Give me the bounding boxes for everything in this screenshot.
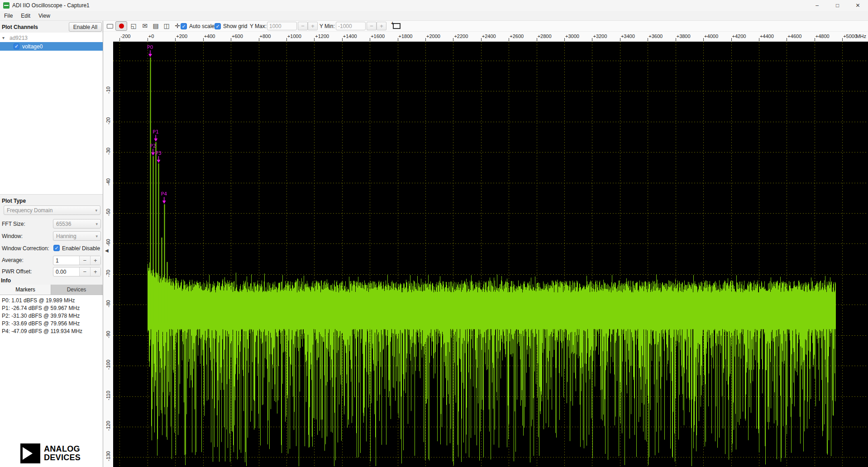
record-button[interactable] [115, 21, 127, 31]
window-correction-checkbox-label: Enable/ Disable [62, 245, 100, 252]
check-icon: ✓ [215, 24, 219, 29]
x-axis-tick [481, 38, 482, 41]
x-axis-tick [759, 38, 759, 41]
x-axis-tick-label: +1800 [399, 33, 413, 39]
average-increment-button[interactable]: + [90, 256, 101, 265]
info-label: Info [1, 277, 11, 284]
zoom-fit-icon[interactable]: ◱ [129, 22, 138, 29]
adi-triangle-icon [23, 447, 33, 460]
x-axis-tick-label: +600 [232, 33, 243, 39]
y-axis-tick-label: -120 [105, 418, 111, 434]
title-bar: ADI IIO Oscilloscope - Capture1 – □ ✕ [0, 0, 868, 11]
x-axis-tick-label: +3600 [649, 33, 663, 39]
window-select[interactable]: Hanning ▾ [53, 231, 101, 241]
x-axis-tick [453, 38, 453, 41]
x-axis-tick [815, 38, 815, 41]
sidebar: Plot Channels Enable All ▾ ad9213 ✓volta… [0, 21, 103, 467]
menu-item-view[interactable]: View [34, 13, 54, 19]
y-min-increment-button[interactable]: + [377, 22, 386, 30]
y-axis-tick-label: -110 [105, 388, 111, 403]
average-input[interactable] [53, 256, 79, 265]
average-decrement-button[interactable]: − [79, 256, 90, 265]
marker-row[interactable]: P2: -31.30 dBFS @ 39.978 MHz [0, 312, 103, 320]
adi-logo-line1: ANALOG [44, 445, 81, 453]
fft-size-value: 65536 [56, 221, 94, 227]
analog-devices-logo: ANALOG DEVICES [20, 443, 81, 463]
spectrum-canvas[interactable] [113, 42, 868, 467]
channel-checkbox[interactable]: ✓ [14, 43, 19, 49]
x-axis-tick-label: +400 [204, 33, 215, 39]
x-axis-tick [564, 38, 565, 41]
marker-row[interactable]: P0: 1.01 dBFS @ 19.989 MHz [0, 297, 103, 305]
x-axis-tick [676, 38, 676, 41]
show-grid-label: Show grid [223, 23, 247, 29]
close-button[interactable]: ✕ [848, 0, 868, 11]
x-axis-tick [231, 38, 231, 41]
y-max-input[interactable] [267, 22, 297, 30]
adi-logo-icon [20, 443, 40, 463]
window-correction-label: Window Correction: [2, 245, 49, 252]
window-title: ADI IIO Oscilloscope - Capture1 [12, 2, 90, 9]
window-controls: – □ ✕ [807, 0, 868, 11]
marker-row[interactable]: P3: -33.69 dBFS @ 79.956 MHz [0, 320, 103, 328]
x-axis-tick-label: +2400 [482, 33, 496, 39]
channel-row-voltage0[interactable]: ✓voltage0 [0, 42, 103, 51]
plot-type-select[interactable]: Frequency Domain ▾ [4, 205, 100, 215]
marker-row[interactable]: P4: -47.09 dBFS @ 119.934 MHz [0, 328, 103, 335]
enable-all-button[interactable]: Enable All [69, 22, 102, 32]
pwr-offset-increment-button[interactable]: + [90, 267, 101, 276]
info-tabs: MarkersDevices [0, 285, 103, 295]
menu-item-edit[interactable]: Edit [17, 13, 34, 19]
x-axis-tick [648, 38, 648, 41]
x-axis-tick [314, 38, 315, 41]
y-axis-tick-label: -10 [105, 82, 111, 98]
x-axis-tick-label: +4400 [760, 33, 774, 39]
y-min-input[interactable] [336, 22, 366, 30]
y-max-decrement-button[interactable]: − [298, 22, 308, 30]
capture-display-icon[interactable] [107, 24, 113, 29]
x-axis-tick [425, 38, 426, 41]
tab-devices[interactable]: Devices [51, 285, 102, 295]
ruler-corner [103, 32, 113, 42]
x-axis-tick-label: +1400 [343, 33, 357, 39]
expander-icon[interactable]: ▾ [2, 35, 8, 40]
plot-type-value: Frequency Domain [7, 207, 93, 214]
fft-size-select[interactable]: 65536 ▾ [53, 219, 101, 229]
x-axis-tick-label: +3000 [565, 33, 579, 39]
x-axis-tick-label: +0 [148, 33, 154, 39]
envelope-icon[interactable]: ✉ [140, 22, 149, 29]
tab-markers[interactable]: Markers [0, 285, 51, 295]
x-axis-tick [259, 38, 259, 41]
y-axis-tick-label: -40 [105, 174, 111, 190]
y-axis-tick-label: -100 [105, 357, 111, 372]
menu-item-file[interactable]: File [0, 13, 17, 19]
y-max-increment-button[interactable]: + [308, 22, 318, 30]
menu-bar: FileEditView [0, 11, 868, 21]
save-icon[interactable]: ▤ [151, 22, 160, 29]
show-grid-checkbox[interactable]: ✓ [215, 23, 221, 29]
window-correction-checkbox[interactable]: ✓ [53, 245, 60, 251]
chevron-down-icon: ▾ [95, 234, 98, 238]
x-axis-tick-label: +2200 [454, 33, 468, 39]
y-axis-tick-label: -60 [105, 235, 111, 250]
y-min-decrement-button[interactable]: − [367, 22, 377, 30]
maximize-button[interactable]: □ [827, 0, 848, 11]
window-value: Hanning [56, 233, 94, 239]
snapshot-icon[interactable]: ◫ [162, 22, 171, 29]
x-axis-tick-label: +4000 [704, 33, 718, 39]
pwr-offset-decrement-button[interactable]: − [79, 267, 90, 276]
x-axis-tick [731, 38, 732, 41]
x-axis-tick-label: +800 [260, 33, 271, 39]
check-icon: ✓ [54, 246, 58, 251]
adi-logo-text: ANALOG DEVICES [44, 445, 81, 462]
minimize-button[interactable]: – [807, 0, 827, 11]
y-min-label: Y Min: [320, 23, 335, 29]
auto-scale-checkbox[interactable]: ✓ [181, 23, 187, 29]
device-row[interactable]: ▾ ad9213 [0, 33, 103, 42]
pwr-offset-input[interactable] [53, 267, 79, 276]
check-icon: ✓ [14, 44, 19, 49]
x-axis-tick [398, 38, 398, 41]
x-axis-tick [592, 38, 592, 41]
marker-row[interactable]: P1: -26.74 dBFS @ 59.967 MHz [0, 305, 103, 312]
new-plot-icon[interactable]: + [393, 23, 401, 29]
